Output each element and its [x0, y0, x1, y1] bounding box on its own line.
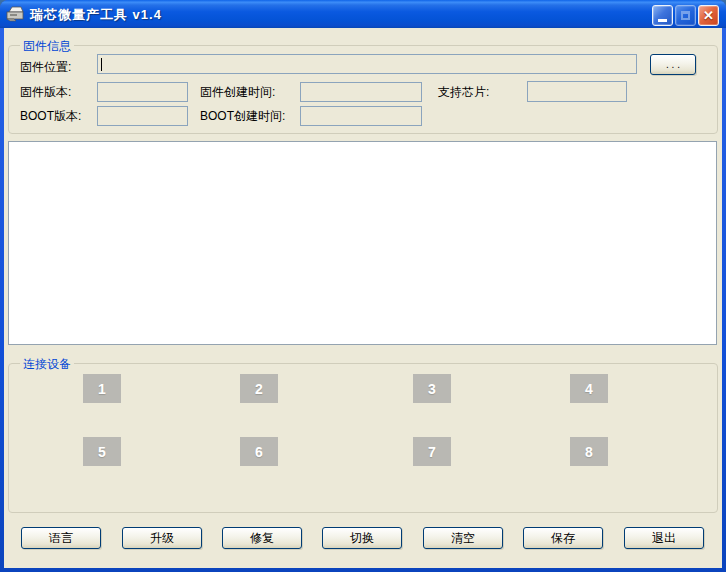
firmware-location-label: 固件位置:: [20, 57, 71, 77]
device-slot-7[interactable]: 7: [413, 437, 451, 466]
exit-button[interactable]: 退出: [624, 527, 704, 549]
firmware-location-input[interactable]: [97, 54, 637, 74]
device-slot-4[interactable]: 4: [570, 374, 608, 403]
maximize-icon: [681, 11, 690, 20]
maximize-button: [675, 5, 696, 26]
connected-devices-group-title: 连接设备: [20, 356, 74, 373]
device-slot-1[interactable]: 1: [83, 374, 121, 403]
device-slot-8[interactable]: 8: [570, 437, 608, 466]
device-slot-2[interactable]: 2: [240, 374, 278, 403]
firmware-version-input[interactable]: [97, 82, 188, 102]
supported-chip-input[interactable]: [527, 81, 627, 102]
firmware-created-label: 固件创建时间:: [200, 82, 275, 102]
browse-button[interactable]: . . .: [650, 54, 696, 75]
boot-created-input[interactable]: [300, 106, 422, 126]
language-button[interactable]: 语言: [21, 527, 101, 549]
close-icon: ✕: [703, 9, 714, 22]
minimize-button[interactable]: [652, 5, 673, 26]
text-caret: [101, 58, 102, 71]
firmware-info-group-title: 固件信息: [20, 38, 74, 55]
boot-created-label: BOOT创建时间:: [200, 106, 285, 126]
close-button[interactable]: ✕: [698, 5, 719, 26]
window-title: 瑞芯微量产工具 v1.4: [30, 6, 162, 24]
upgrade-button[interactable]: 升级: [122, 527, 202, 549]
device-slot-6[interactable]: 6: [240, 437, 278, 466]
titlebar[interactable]: 瑞芯微量产工具 v1.4 ✕: [0, 0, 726, 28]
repair-button[interactable]: 修复: [222, 527, 302, 549]
firmware-created-input[interactable]: [300, 82, 422, 102]
clear-button[interactable]: 清空: [423, 527, 503, 549]
device-slot-5[interactable]: 5: [83, 437, 121, 466]
save-button[interactable]: 保存: [523, 527, 603, 549]
log-list-area[interactable]: [8, 141, 717, 345]
minimize-icon: [658, 19, 667, 22]
device-slot-3[interactable]: 3: [413, 374, 451, 403]
firmware-version-label: 固件版本:: [20, 82, 71, 102]
app-window: 瑞芯微量产工具 v1.4 ✕ 固件信息 固件位置: . . . 固件版本: 固件…: [0, 0, 726, 572]
app-icon: [6, 6, 24, 22]
switch-button[interactable]: 切换: [322, 527, 402, 549]
client-area: 固件信息 固件位置: . . . 固件版本: 固件创建时间: 支持芯片: BOO…: [4, 28, 722, 568]
boot-version-input[interactable]: [97, 106, 188, 126]
supported-chip-label: 支持芯片:: [438, 82, 489, 102]
boot-version-label: BOOT版本:: [20, 106, 81, 126]
